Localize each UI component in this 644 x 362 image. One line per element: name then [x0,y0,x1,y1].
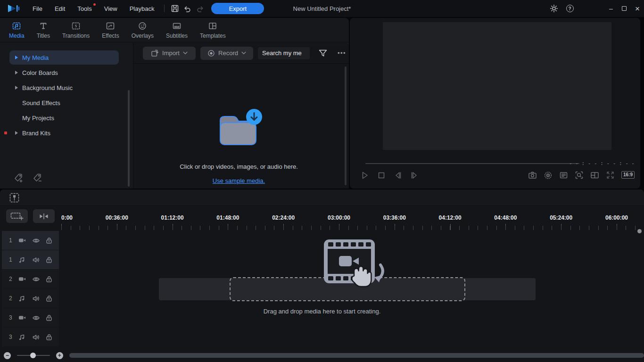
render-preview-button[interactable] [544,170,553,180]
previous-frame-button[interactable] [393,170,403,180]
sidebar-item-my-media[interactable]: My Media [9,50,119,65]
track-header-audio-1[interactable]: 1 [2,250,59,269]
tab-media[interactable]: Media [3,18,31,42]
sidebar-item-sound-effects[interactable]: Sound Effects [9,96,119,110]
snapshot-camera-button[interactable] [528,170,537,180]
preview-seekbar[interactable] [365,163,579,164]
close-glyph: × [635,5,640,13]
timeline-ruler[interactable]: 0:00 00:36:00 01:12:00 01:48:00 02:24:00… [0,214,644,230]
menu-file[interactable]: File [26,0,49,17]
record-button[interactable]: Record [200,47,253,60]
import-label: Import [162,49,180,57]
mute-track-icon[interactable] [32,295,46,302]
menu-tools[interactable]: Tools [71,0,98,17]
remove-tag-button[interactable] [31,172,43,184]
settings-gear-button[interactable] [547,2,560,15]
track-number: 3 [9,314,18,321]
project-title: New Untitled Project* [293,5,351,12]
menu-view[interactable]: View [98,0,124,17]
add-tag-button[interactable] [12,172,25,184]
lock-track-icon[interactable] [45,276,59,283]
tab-titles[interactable]: Titles [31,18,56,42]
tab-transitions[interactable]: Transitions [56,18,96,42]
expand-triangle-icon [15,71,18,74]
ruler-label: 05:24:00 [550,214,572,221]
sidebar-item-brand-kits[interactable]: Brand Kits [9,126,119,140]
zoom-preview-button[interactable] [575,170,584,180]
search-input[interactable] [258,47,310,59]
video-track-icon [18,237,32,244]
templates-icon [208,21,217,31]
audio-track-icon [18,295,32,302]
expand-triangle-icon [15,56,18,59]
zoom-in-button[interactable]: + [56,352,63,359]
mute-track-icon[interactable] [32,256,46,263]
sidebar-scrollbar[interactable] [128,90,130,187]
menu-edit[interactable]: Edit [49,0,71,17]
track-number: 1 [9,237,18,244]
zoom-out-button[interactable]: − [4,352,11,359]
ruler-label: 00:36:00 [106,214,128,221]
restore-icon [622,6,627,11]
timeline-vscroll-thumb[interactable] [637,229,642,233]
media-toolbar: Import Record ••• [133,43,349,64]
track-header-video-1[interactable]: 1 [2,231,59,250]
fullscreen-button[interactable] [606,170,615,180]
tab-templates[interactable]: Templates [194,18,232,42]
mute-track-icon[interactable] [32,334,46,341]
menu-playback[interactable]: Playback [124,0,161,17]
sidebar-item-color-boards[interactable]: Color Boards [9,66,119,80]
titles-icon [39,21,48,31]
media-empty-state-dropzone[interactable]: Click or drop videos, images, or audio h… [133,105,344,184]
import-button[interactable]: Import [143,47,196,60]
tab-overlays[interactable]: Overlays [125,18,160,42]
timeline-horizontal-scrollbar[interactable] [69,353,644,358]
restore-button[interactable] [618,0,631,17]
stop-button[interactable] [376,170,386,180]
export-button[interactable]: Export [211,3,264,14]
adjustment-properties-button[interactable] [9,192,20,203]
redo-button[interactable] [194,2,206,15]
app-logo-icon [8,4,20,13]
ruler-label: 04:48:00 [494,214,517,221]
lock-track-icon[interactable] [45,334,59,341]
lock-track-icon[interactable] [45,314,59,321]
timeline-zoom-slider[interactable] [17,355,50,356]
marker-list-button[interactable] [559,170,569,180]
record-label: Record [218,49,238,57]
asset-panel: Media Titles Transitions Effects Overlay… [0,18,349,189]
tab-subtitles[interactable]: Subtitles [160,18,194,42]
play-button[interactable] [360,170,370,180]
filter-button[interactable] [317,47,329,59]
save-button[interactable] [168,2,181,15]
aspect-ratio-badge[interactable]: 16:9 [621,171,635,179]
sidebar-item-background-music[interactable]: Background Music [9,81,119,95]
lock-track-icon[interactable] [45,237,59,244]
next-frame-button[interactable] [409,170,419,180]
minimize-button[interactable]: – [604,0,618,17]
split-screen-button[interactable] [590,170,600,180]
sidebar-item-label: My Projects [22,115,54,122]
close-button[interactable]: × [631,0,644,17]
use-sample-media-link[interactable]: Use sample media. [213,177,265,184]
tab-effects-label: Effects [102,33,119,39]
track-header-audio-2[interactable]: 2 [2,289,59,308]
help-button[interactable]: ? [563,2,576,15]
lock-track-icon[interactable] [45,256,59,263]
zoom-slider-thumb[interactable] [30,353,36,358]
sidebar-item-my-projects[interactable]: My Projects [9,111,119,125]
toggle-visibility-icon[interactable] [32,237,46,244]
media-scrollbar[interactable] [345,66,347,185]
tag-actions [12,172,43,184]
track-header-audio-3[interactable]: 3 [2,328,59,346]
lock-track-icon[interactable] [45,295,59,302]
tab-effects[interactable]: Effects [96,18,125,42]
drag-media-illustration [309,239,391,297]
asset-tab-bar: Media Titles Transitions Effects Overlay… [0,18,349,42]
toggle-visibility-icon[interactable] [32,276,46,283]
more-options-button[interactable]: ••• [335,49,349,57]
undo-button[interactable] [181,2,194,15]
track-header-video-2[interactable]: 2 [2,270,59,288]
toggle-visibility-icon[interactable] [32,314,46,321]
timecode-display: - - : - - : - - : - - [569,160,635,166]
